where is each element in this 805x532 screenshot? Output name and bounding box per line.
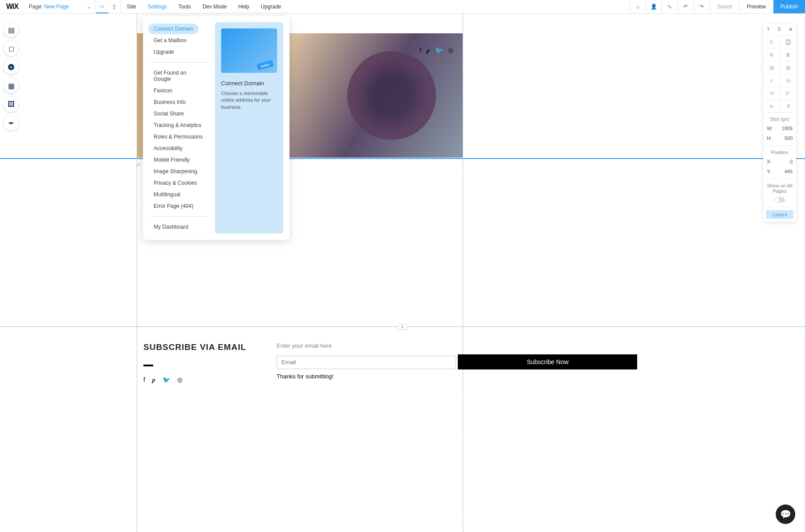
search-icon[interactable]: ⌕	[630, 0, 646, 13]
desktop-icon[interactable]: ▭	[96, 0, 108, 13]
redo-icon[interactable]: ↷	[694, 0, 710, 13]
undo-icon[interactable]: ↶	[678, 0, 694, 13]
saved-button[interactable]: Saved	[710, 0, 739, 13]
preview-button[interactable]: Preview	[739, 0, 773, 13]
mobile-icon[interactable]: ▯	[108, 0, 121, 13]
topbar-right: ⌕ 👤 ⤡ ↶ ↷ Saved Preview Publish	[630, 0, 805, 13]
menu-dev-mode[interactable]: Dev Mode	[197, 0, 233, 13]
menu-upgrade[interactable]: Upgrade	[255, 0, 287, 13]
main-menu: SiteSettingsToolsDev ModeHelpUpgrade	[121, 0, 287, 13]
zoom-icon[interactable]: ⤡	[662, 0, 678, 13]
page-label: Page:	[29, 4, 43, 10]
page-selector[interactable]: Page: New Page ⌄	[24, 0, 96, 13]
collaborator-icon[interactable]: 👤	[646, 0, 662, 13]
wix-logo: WiX	[0, 3, 24, 11]
menu-settings[interactable]: Settings	[142, 0, 173, 13]
menu-help[interactable]: Help	[233, 0, 255, 13]
page-value: New Page	[44, 4, 68, 10]
chevron-down-icon: ⌄	[87, 4, 91, 10]
menu-site[interactable]: Site	[121, 0, 142, 13]
publish-button[interactable]: Publish	[773, 0, 805, 13]
top-toolbar: WiX Page: New Page ⌄ ▭ ▯ SiteSettingsToo…	[0, 0, 805, 14]
menu-tools[interactable]: Tools	[173, 0, 197, 13]
device-switcher: ▭ ▯	[96, 0, 121, 13]
